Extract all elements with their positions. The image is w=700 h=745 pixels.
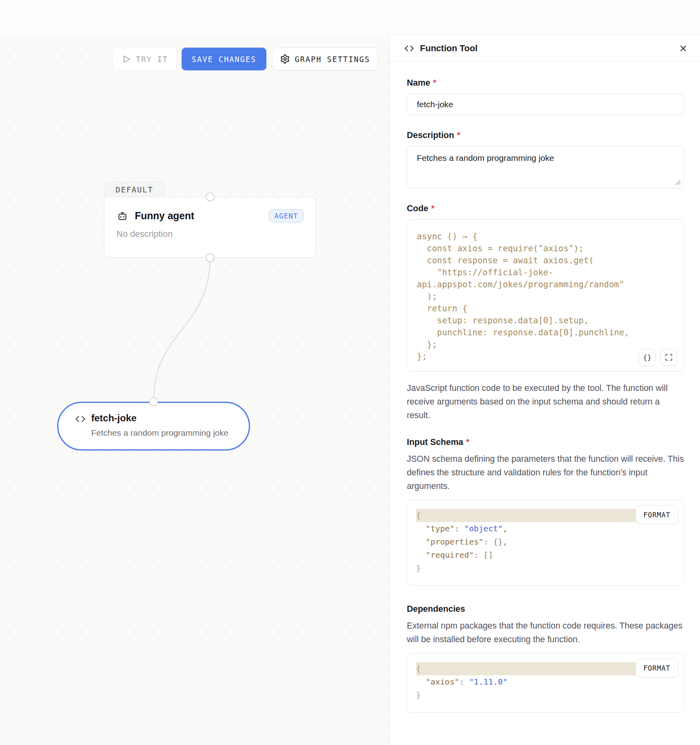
save-changes-label: SAVE CHANGES [192, 55, 256, 64]
code-editor-content: async () ⇒ { const axios = require("axio… [417, 230, 674, 362]
code-icon [404, 44, 414, 53]
dependencies-field-label: Dependencies [407, 604, 684, 614]
x-icon [678, 44, 688, 53]
agent-node-description: No description [116, 229, 304, 239]
maximize-icon [665, 353, 673, 361]
group-tab-label: DEFAULT [116, 185, 153, 194]
close-panel-button[interactable] [678, 44, 688, 53]
agent-node-top-handle[interactable] [206, 192, 214, 201]
code-help-text: JavaScript function code to be executed … [407, 381, 684, 422]
tool-node-fetch-joke[interactable]: fetch-joke Fetches a random programming … [57, 402, 250, 451]
tool-node-title: fetch-joke [91, 413, 228, 424]
bot-icon [116, 210, 128, 222]
required-marker: * [433, 78, 436, 88]
edge-agent-to-tool [0, 36, 389, 745]
try-it-button[interactable]: TRY IT [112, 48, 177, 70]
format-input-schema-button[interactable]: FORMAT [636, 505, 678, 524]
dependencies-editor[interactable]: { "axios": "1.11.0"} FORMAT [407, 653, 684, 713]
play-icon [122, 54, 131, 64]
input-schema-field-label: Input Schema* [407, 437, 684, 447]
agent-type-badge: AGENT [269, 209, 304, 222]
required-marker: * [466, 437, 469, 447]
save-changes-button[interactable]: SAVE CHANGES [182, 48, 266, 70]
panel-title: Function Tool [420, 43, 672, 54]
dependencies-help-text: External npm packages that the function … [407, 619, 684, 646]
panel-header: Function Tool [390, 36, 700, 61]
code-field-label: Code* [407, 204, 684, 214]
try-it-label: TRY IT [136, 55, 168, 64]
description-textarea[interactable]: Fetches a random programming joke [407, 146, 684, 188]
name-input-value: fetch-joke [417, 100, 453, 109]
function-tool-panel: Function Tool Name* fetch-joke Descripti… [389, 36, 700, 745]
format-dependencies-button[interactable]: FORMAT [636, 659, 678, 677]
graph-settings-label: GRAPH SETTINGS [295, 55, 370, 64]
name-input[interactable]: fetch-joke [407, 94, 684, 115]
agent-node-bottom-handle[interactable] [206, 253, 214, 262]
required-marker: * [431, 204, 434, 213]
agent-node-funny-agent[interactable]: Funny agent AGENT No description [104, 197, 316, 258]
graph-canvas[interactable]: TRY IT SAVE CHANGES GRAPH SETTINGS DEFAU… [0, 36, 389, 745]
description-field-label: Description* [407, 130, 684, 140]
group-tab-default[interactable]: DEFAULT [104, 182, 165, 197]
top-app-bar [0, 0, 700, 35]
name-field-label: Name* [407, 78, 684, 88]
description-textarea-value: Fetches a random programming joke [417, 153, 554, 162]
input-schema-help-text: JSON schema defining the parameters that… [407, 452, 684, 493]
gear-icon [280, 54, 290, 64]
tool-node-top-handle[interactable] [149, 397, 158, 406]
resize-grip-icon[interactable] [675, 180, 681, 185]
graph-settings-button[interactable]: GRAPH SETTINGS [272, 48, 378, 70]
required-marker: * [457, 130, 460, 140]
braces-icon: {} [643, 353, 652, 362]
expand-code-button[interactable] [660, 349, 677, 366]
tool-node-description: Fetches a random programming joke [91, 428, 228, 438]
agent-node-title: Funny agent [135, 210, 262, 222]
code-editor[interactable]: async () ⇒ { const axios = require("axio… [407, 219, 684, 372]
code-icon [75, 414, 86, 424]
format-braces-button[interactable]: {} [639, 349, 656, 366]
input-schema-editor[interactable]: { "type": "object", "properties": {}, "r… [407, 500, 684, 586]
